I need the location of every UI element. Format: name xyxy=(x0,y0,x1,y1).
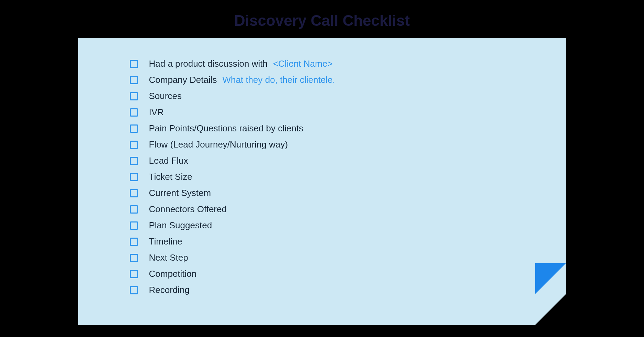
checkbox-icon[interactable] xyxy=(130,76,138,84)
checkbox-icon[interactable] xyxy=(130,92,138,100)
list-item: Pain Points/Questions raised by clients xyxy=(130,123,515,134)
item-label: Recording xyxy=(149,285,190,295)
checkbox-icon[interactable] xyxy=(130,189,138,197)
item-label: Competition xyxy=(149,269,197,279)
item-label: Pain Points/Questions raised by clients xyxy=(149,123,303,134)
checkbox-icon[interactable] xyxy=(130,254,138,262)
page-title: Discovery Call Checklist xyxy=(0,0,644,38)
item-label: IVR xyxy=(149,107,164,118)
checklist: Had a product discussion with<Client Nam… xyxy=(130,58,515,295)
item-hint: <Client Name> xyxy=(273,58,332,69)
list-item: IVR xyxy=(130,107,515,118)
item-label: Plan Suggested xyxy=(149,220,212,231)
checkbox-icon[interactable] xyxy=(130,108,138,117)
item-hint: What they do, their clientele. xyxy=(222,75,335,85)
list-item: Plan Suggested xyxy=(130,220,515,231)
checkbox-icon[interactable] xyxy=(130,141,138,149)
item-label: Timeline xyxy=(149,236,182,247)
checkbox-icon[interactable] xyxy=(130,157,138,165)
item-label: Ticket Size xyxy=(149,172,192,182)
list-item: Competition xyxy=(130,269,515,279)
item-label: Next Step xyxy=(149,252,188,263)
item-label: Current System xyxy=(149,188,211,198)
checklist-card: Had a product discussion with<Client Nam… xyxy=(78,38,566,325)
item-label: Company Details xyxy=(149,75,217,85)
checkbox-icon[interactable] xyxy=(130,60,138,68)
list-item: Lead Flux xyxy=(130,155,515,166)
item-label: Had a product discussion with xyxy=(149,58,268,69)
checkbox-icon[interactable] xyxy=(130,286,138,294)
list-item: Timeline xyxy=(130,236,515,247)
checkbox-icon[interactable] xyxy=(130,221,138,230)
list-item: Current System xyxy=(130,188,515,198)
item-label: Connectors Offered xyxy=(149,204,227,215)
checkbox-icon[interactable] xyxy=(130,205,138,214)
list-item: Flow (Lead Journey/Nurturing way) xyxy=(130,139,515,150)
list-item: Company DetailsWhat they do, their clien… xyxy=(130,75,515,85)
list-item: Had a product discussion with<Client Nam… xyxy=(130,58,515,69)
list-item: Ticket Size xyxy=(130,172,515,182)
item-label: Sources xyxy=(149,91,182,101)
list-item: Recording xyxy=(130,285,515,295)
list-item: Next Step xyxy=(130,252,515,263)
item-label: Flow (Lead Journey/Nurturing way) xyxy=(149,139,288,150)
checkbox-icon[interactable] xyxy=(130,238,138,246)
list-item: Connectors Offered xyxy=(130,204,515,215)
checkbox-icon[interactable] xyxy=(130,124,138,133)
page-fold-icon xyxy=(535,294,566,325)
item-label: Lead Flux xyxy=(149,155,188,166)
checkbox-icon[interactable] xyxy=(130,270,138,278)
list-item: Sources xyxy=(130,91,515,101)
checkbox-icon[interactable] xyxy=(130,173,138,181)
